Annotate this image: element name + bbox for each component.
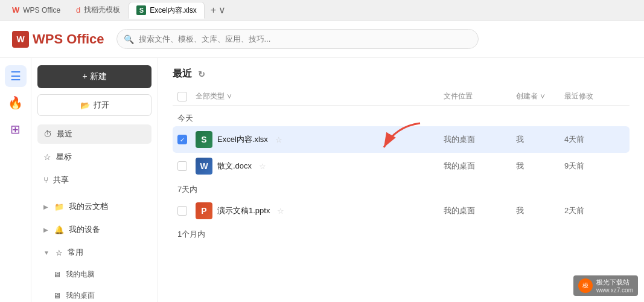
watermark-logo-text: 极 [582,281,588,290]
excel-creator: 我 [516,134,564,145]
body: ☰ 🔥 ⊞ + 新建 📂 打开 ⏱ 最近 ☆ 星标 [0,58,644,302]
tab-wps[interactable]: W WPS Office [5,2,68,19]
watermark-logo: 极 [578,278,593,293]
ppt-name-cell: P 演示文稿1.pptx ☆ [196,202,444,219]
open-icon: 📂 [80,101,90,110]
excel-checkbox-cell[interactable]: ✓ [177,135,196,144]
sidebar-desktop-label: 我的桌面 [66,291,95,301]
sidebar-cloud-label: 我的云文档 [69,201,108,212]
sidebar-sub-desktop[interactable]: 🖥 我的桌面 [37,287,151,302]
sidebar-star-label: 星标 [56,152,72,162]
tab-template[interactable]: d 找稻壳模板 [69,2,127,19]
main-content: 最近 ↻ 全部类型 ∨ 文件位置 创建者 ∨ 最近修改 [158,58,644,302]
ppt-checkbox[interactable] [177,206,187,216]
ppt-checkbox-cell[interactable] [177,206,196,216]
refresh-icon[interactable]: ↻ [198,69,205,79]
sidebar: + 新建 📂 打开 ⏱ 最近 ☆ 星标 ⑂ 共享 ▶ 📁 我 [31,58,158,302]
device-icon: 🔔 [54,225,64,234]
ppt-star-icon[interactable]: ☆ [277,207,284,216]
desktop-icon: 🖥 [53,291,61,300]
excel-file-name: Excel内容.xlsx [217,134,268,145]
type-filter[interactable]: 全部类型 ∨ [196,91,444,101]
cloud-arrow-icon: ▶ [43,204,48,210]
logo-text: WPS Office [33,31,104,47]
excel-star-icon[interactable]: ☆ [275,135,282,144]
word-checkbox-cell[interactable] [177,161,196,171]
search-input[interactable] [116,29,479,49]
period-today: 今天 [173,108,630,126]
common-arrow-icon: ▼ [43,249,49,256]
creator-header[interactable]: 创建者 ∨ [516,91,564,101]
ppt-location: 我的桌面 [444,205,516,216]
section-title: 最近 [173,68,192,80]
wps-tab-icon: W [12,5,19,14]
header: W WPS Office 🔍 [0,21,644,58]
new-button[interactable]: + 新建 [37,65,151,88]
sidebar-group-cloud[interactable]: ▶ 📁 我的云文档 [37,197,151,216]
word-name-cell: W 散文.docx ☆ [196,158,444,175]
rail-icon-fire[interactable]: 🔥 [5,92,27,114]
watermark: 极 极光下载站 www.xz7.com [573,275,638,296]
file-row-ppt[interactable]: P 演示文稿1.pptx ☆ 我的桌面 我 2天前 [173,198,630,224]
file-row-excel[interactable]: ✓ S Excel内容.xlsx ☆ 我的桌面 我 4天前 [173,126,630,153]
tab-excel[interactable]: S Excel内容.xlsx [129,2,204,19]
location-header-label: 文件位置 [444,92,473,100]
template-tab-icon: d [76,5,80,14]
sidebar-group-device[interactable]: ▶ 🔔 我的设备 [37,220,151,239]
tab-template-label: 找稻壳模板 [84,5,120,15]
new-tab-button[interactable]: + ∨ [208,4,229,16]
ppt-file-icon: P [196,202,212,219]
search-bar: 🔍 [116,29,479,49]
location-header: 文件位置 [444,91,516,101]
open-button[interactable]: 📂 打开 [37,94,151,116]
word-file-name: 散文.docx [217,161,252,172]
file-row-word[interactable]: W 散文.docx ☆ 我的桌面 我 9天前 [173,153,630,179]
header-checkbox[interactable] [177,92,196,101]
doc-icon: ☰ [10,69,21,83]
word-file-icon: W [196,158,212,175]
word-creator: 我 [516,161,564,172]
word-star-icon[interactable]: ☆ [259,162,266,171]
select-all-checkbox[interactable] [177,92,187,101]
period-7days-label: 7天内 [177,185,197,194]
share-icon: ⑂ [43,175,48,185]
fire-icon: 🔥 [8,95,23,110]
excel-file-icon: S [196,131,212,148]
tab-bar: W WPS Office d 找稻壳模板 S Excel内容.xlsx + ∨ [0,0,644,21]
word-modified: 9天前 [564,161,625,172]
excel-checkbox[interactable]: ✓ [177,135,187,144]
sidebar-share-label: 共享 [53,175,69,185]
tab-wps-label: WPS Office [23,6,60,14]
device-arrow-icon: ▶ [43,226,48,233]
modified-header-label: 最近修改 [564,92,593,100]
open-button-label: 打开 [94,100,109,111]
common-icon: ☆ [56,248,63,257]
cloud-icon: 📁 [54,202,64,211]
rail-icon-doc[interactable]: ☰ [5,65,27,87]
excel-location: 我的桌面 [444,134,516,145]
ppt-creator: 我 [516,205,564,216]
sidebar-item-recent[interactable]: ⏱ 最近 [37,124,151,144]
table-header: 全部类型 ∨ 文件位置 创建者 ∨ 最近修改 [173,88,630,106]
watermark-info: 极光下载站 www.xz7.com [596,278,633,294]
star-icon: ☆ [43,152,51,162]
type-filter-label: 全部类型 ∨ [196,91,232,101]
sidebar-mypc-label: 我的电脑 [66,269,95,280]
watermark-name: 极光下载站 [596,278,633,287]
sidebar-item-share[interactable]: ⑂ 共享 [37,170,151,190]
sidebar-common-label: 常用 [68,247,83,258]
sidebar-item-star[interactable]: ☆ 星标 [37,147,151,167]
app-window: W WPS Office 🔍 ☰ 🔥 ⊞ + 新建 [0,21,644,302]
watermark-url: www.xz7.com [596,287,633,294]
sidebar-group-common[interactable]: ▼ ☆ 常用 [37,243,151,262]
sidebar-recent-label: 最近 [57,129,72,140]
sidebar-sub-mypc[interactable]: 🖥 我的电脑 [37,266,151,283]
period-today-label: 今天 [177,114,193,123]
period-1month-label: 1个月内 [177,230,205,239]
word-checkbox[interactable] [177,161,187,171]
rail-icon-apps[interactable]: ⊞ [5,118,27,140]
recent-icon: ⏱ [43,129,52,139]
sidebar-device-label: 我的设备 [69,224,100,235]
logo-icon: W [12,31,29,48]
period-1month: 1个月内 [173,224,630,242]
